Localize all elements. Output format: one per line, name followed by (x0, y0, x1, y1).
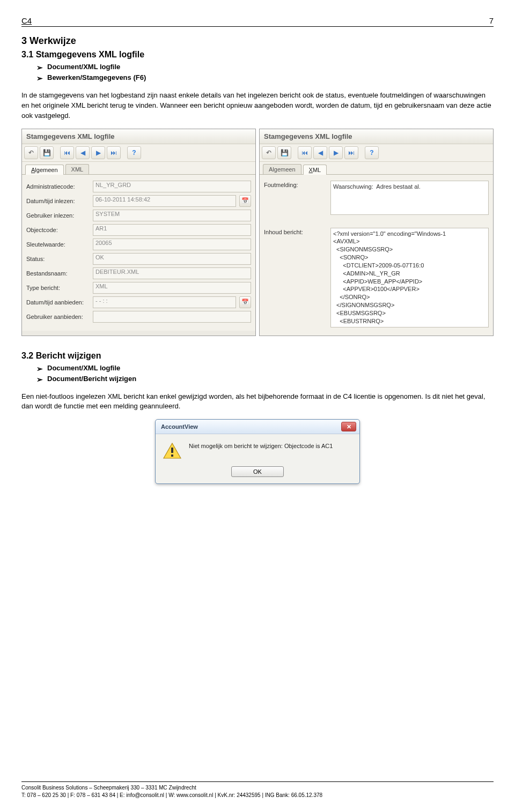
tab-algemeen[interactable]: Algemeen (25, 165, 64, 175)
field-bestandsnaam[interactable]: DEBITEUR.XML (93, 267, 251, 279)
page-header: C4 7 (21, 16, 494, 27)
label-bestandsnaam: Bestandsnaam: (26, 270, 90, 277)
dialog-message: Niet mogelijk om bericht te wijzigen: Ob… (189, 443, 333, 459)
field-admincode[interactable]: NL_YR_GRD (93, 181, 251, 192)
bullet-item: ➢ Document/XML logfile (36, 364, 494, 374)
last-icon[interactable]: ⏭ (107, 146, 121, 159)
bullet-item: ➢ Bewerken/Stamgegevens (F6) (36, 73, 494, 83)
help-icon[interactable]: ? (365, 146, 379, 159)
form-xml: Foutmelding: Waarschuwing: Adres bestaat… (260, 175, 493, 336)
calendar-icon[interactable]: 📅 (239, 296, 251, 308)
field-gebruiker-aanbieden[interactable] (93, 311, 251, 323)
field-datum-inlezen[interactable]: 06-10-2011 14:58:42 (93, 195, 236, 207)
field-foutmelding[interactable]: Waarschuwing: Adres bestaat al. (330, 181, 489, 215)
prev-icon[interactable]: ◀ (76, 146, 90, 159)
label-type-bericht: Type bericht: (26, 285, 90, 291)
save-icon[interactable]: 💾 (40, 146, 54, 159)
undo-icon[interactable]: ↶ (24, 146, 38, 159)
svg-rect-2 (171, 455, 173, 457)
label-gebruiker-aanbieden: Gebruiker aanbieden: (26, 314, 90, 320)
bullet-text: Bewerken/Stamgegevens (F6) (47, 73, 146, 81)
screenshots-row: Stamgegevens XML logfile ↶ 💾 ⏮ ◀ ▶ ⏭ ? A… (21, 129, 494, 336)
label-objectcode: Objectcode: (26, 227, 90, 233)
subsection-31-title: 3.1 Stamgegevens XML logfile (21, 50, 494, 59)
label-datum-inlezen: Datum/tijd inlezen: (26, 198, 90, 204)
dialog-wrap: AccountView ✕ Niet mogelijk om bericht t… (21, 419, 494, 484)
label-inhoud-bericht: Inhoud bericht: (264, 228, 327, 235)
window-title: Stamgegevens XML logfile (260, 129, 493, 144)
field-status[interactable]: OK (93, 253, 251, 265)
label-foutmelding: Foutmelding: (264, 181, 327, 188)
tab-algemeen[interactable]: Algemeen (263, 164, 301, 174)
next-icon[interactable]: ▶ (91, 146, 105, 159)
tab-xml[interactable]: XML (303, 165, 327, 175)
arrow-icon: ➢ (36, 63, 43, 72)
bullet-item: ➢ Document/Bericht wijzigen (36, 375, 494, 384)
window-stamgegevens-xml: Stamgegevens XML logfile ↶ 💾 ⏮ ◀ ▶ ⏭ ? A… (259, 129, 494, 336)
section-title: 3 Werkwijze (21, 35, 494, 47)
toolbar: ↶ 💾 ⏮ ◀ ▶ ⏭ ? (260, 144, 493, 162)
ok-button[interactable]: OK (231, 466, 284, 477)
label-gebruiker-inlezen: Gebruiker inlezen: (26, 212, 90, 219)
field-gebruiker-inlezen[interactable]: SYSTEM (93, 210, 251, 221)
undo-icon[interactable]: ↶ (262, 146, 276, 159)
footer-line2: T: 078 – 620 25 30 | F: 078 – 631 43 84 … (21, 792, 494, 799)
bullet-text: Document/Bericht wijzigen (47, 375, 136, 383)
dialog-title: AccountView (161, 423, 198, 430)
footer-line1: Consolit Business Solutions – Scheepmake… (21, 784, 494, 792)
arrow-icon: ➢ (36, 364, 43, 374)
bullet-item: ➢ Document/XML logfile (36, 63, 494, 72)
label-status: Status: (26, 256, 90, 262)
first-icon[interactable]: ⏮ (298, 146, 312, 159)
warning-icon (163, 443, 181, 459)
bullet-text: Document/XML logfile (47, 364, 120, 372)
tabs: Algemeen XML (22, 162, 255, 175)
field-objectcode[interactable]: AR1 (93, 224, 251, 236)
field-type-bericht[interactable]: XML (93, 282, 251, 294)
tabs: Algemeen XML (260, 162, 493, 175)
next-icon[interactable]: ▶ (329, 146, 343, 159)
last-icon[interactable]: ⏭ (344, 146, 358, 159)
field-datum-aanbieden[interactable]: - - : : (93, 296, 236, 308)
page-footer: Consolit Business Solutions – Scheepmake… (21, 781, 494, 799)
label-admincode: Administratiecode: (26, 183, 90, 190)
form-algemeen: Administratiecode:NL_YR_GRD Datum/tijd i… (22, 175, 255, 331)
dialog-accountview: AccountView ✕ Niet mogelijk om bericht t… (155, 419, 360, 484)
window-title: Stamgegevens XML logfile (22, 129, 255, 144)
paragraph-32: Een niet-foutloos ingelezen XML bericht … (21, 392, 494, 412)
toolbar: ↶ 💾 ⏮ ◀ ▶ ⏭ ? (22, 144, 255, 162)
save-icon[interactable]: 💾 (277, 146, 291, 159)
subsection-32-title: 3.2 Bericht wijzigen (21, 351, 494, 361)
bullets-32: ➢ Document/XML logfile ➢ Document/Berich… (36, 364, 494, 384)
arrow-icon: ➢ (36, 73, 43, 83)
dialog-titlebar: AccountView ✕ (156, 420, 359, 434)
bullet-text: Document/XML logfile (47, 63, 120, 71)
label-datum-aanbieden: Datum/tijd aanbieden: (26, 299, 90, 306)
tab-xml[interactable]: XML (65, 164, 90, 174)
first-icon[interactable]: ⏮ (60, 146, 74, 159)
svg-rect-1 (171, 448, 173, 453)
help-icon[interactable]: ? (127, 146, 141, 159)
window-stamgegevens-algemeen: Stamgegevens XML logfile ↶ 💾 ⏮ ◀ ▶ ⏭ ? A… (21, 129, 256, 336)
paragraph-31: In de stamgegevens van het logbestand zi… (21, 91, 494, 121)
field-inhoud-bericht[interactable]: <?xml version="1.0" encoding="Windows-1 … (330, 228, 489, 327)
label-sleutelwaarde: Sleutelwaarde: (26, 241, 90, 248)
field-sleutelwaarde[interactable]: 20065 (93, 239, 251, 250)
close-icon[interactable]: ✕ (341, 422, 356, 431)
header-right: 7 (489, 16, 494, 25)
arrow-icon: ➢ (36, 375, 43, 384)
calendar-icon[interactable]: 📅 (239, 195, 251, 207)
bullets-31: ➢ Document/XML logfile ➢ Bewerken/Stamge… (36, 63, 494, 83)
header-left: C4 (21, 16, 32, 25)
prev-icon[interactable]: ◀ (313, 146, 327, 159)
